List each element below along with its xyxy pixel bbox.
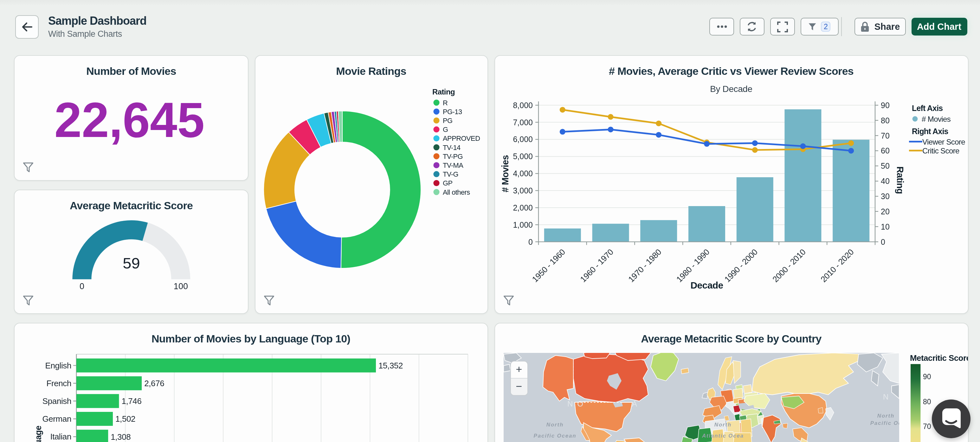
- svg-text:60: 60: [880, 146, 889, 155]
- svg-text:0: 0: [880, 238, 885, 246]
- svg-text:70: 70: [880, 131, 889, 140]
- svg-text:APPROVED: APPROVED: [442, 134, 480, 142]
- svg-text:G: G: [442, 126, 448, 134]
- svg-text:# Movies: # Movies: [921, 115, 951, 123]
- svg-text:70: 70: [923, 422, 931, 431]
- svg-text:6,000: 6,000: [512, 135, 533, 144]
- svg-text:1,502: 1,502: [115, 414, 135, 424]
- svg-text:0: 0: [528, 238, 533, 246]
- svg-text:Pacific Ocea: Pacific Ocea: [870, 420, 909, 426]
- svg-text:TV-G: TV-G: [442, 170, 458, 178]
- svg-text:Language: Language: [33, 426, 43, 442]
- svg-text:North: North: [714, 422, 731, 428]
- svg-text:5,000: 5,000: [512, 152, 533, 161]
- svg-text:TV-MA: TV-MA: [442, 161, 463, 169]
- svg-text:1960 - 1970: 1960 - 1970: [578, 247, 615, 284]
- svg-text:Right Axis: Right Axis: [912, 127, 948, 136]
- svg-text:PG-13: PG-13: [442, 108, 462, 116]
- svg-text:2010 - 2020: 2010 - 2020: [818, 247, 855, 284]
- svg-text:German: German: [42, 414, 71, 424]
- svg-text:Pacific Ocean: Pacific Ocean: [533, 433, 576, 439]
- svg-text:100: 100: [174, 282, 188, 291]
- svg-text:3,000: 3,000: [512, 186, 533, 195]
- svg-text:1,746: 1,746: [121, 396, 142, 406]
- svg-text:8,000: 8,000: [512, 101, 533, 110]
- svg-text:7,000: 7,000: [512, 118, 533, 127]
- svg-text:10: 10: [880, 222, 889, 231]
- svg-text:50: 50: [880, 161, 889, 170]
- svg-text:GP: GP: [442, 179, 452, 187]
- svg-text:N: N: [883, 393, 892, 401]
- svg-text:1,308: 1,308: [111, 432, 130, 442]
- svg-text:French: French: [46, 378, 71, 388]
- svg-text:90: 90: [880, 101, 889, 110]
- svg-text:1970 - 1980: 1970 - 1980: [626, 247, 663, 284]
- svg-text:TV-14: TV-14: [442, 144, 460, 152]
- svg-text:2000 - 2010: 2000 - 2010: [770, 247, 807, 284]
- svg-text:Rating: Rating: [432, 88, 455, 96]
- svg-text:Atlantic Ocea: Atlantic Ocea: [702, 433, 743, 439]
- svg-text:TV-PG: TV-PG: [442, 153, 463, 160]
- svg-text:R: R: [442, 99, 447, 107]
- svg-text:English: English: [45, 361, 71, 370]
- svg-text:North: North: [546, 422, 563, 428]
- svg-text:Spanish: Spanish: [43, 396, 71, 406]
- svg-text:A: A: [632, 399, 641, 408]
- svg-text:1990 - 2000: 1990 - 2000: [722, 247, 759, 284]
- svg-text:All others: All others: [442, 188, 470, 196]
- svg-text:PG: PG: [442, 116, 452, 124]
- svg-text:North: North: [877, 413, 894, 419]
- svg-text:4,000: 4,000: [512, 169, 533, 178]
- svg-text:80: 80: [923, 397, 931, 406]
- svg-text:1950 - 1960: 1950 - 1960: [530, 247, 567, 284]
- svg-text:15,352: 15,352: [379, 361, 403, 370]
- svg-text:0: 0: [80, 282, 84, 291]
- svg-text:1,000: 1,000: [512, 220, 533, 229]
- svg-text:Viewer Score: Viewer Score: [922, 137, 965, 146]
- svg-text:30: 30: [880, 192, 889, 201]
- svg-text:Rating: Rating: [895, 166, 905, 194]
- svg-text:90: 90: [923, 373, 931, 381]
- svg-text:80: 80: [880, 116, 889, 125]
- svg-text:20: 20: [880, 207, 889, 216]
- svg-text:2,000: 2,000: [512, 203, 533, 212]
- svg-text:40: 40: [880, 177, 889, 185]
- svg-text:Decade: Decade: [690, 280, 723, 290]
- svg-text:2,676: 2,676: [144, 378, 164, 388]
- svg-text:Left Axis: Left Axis: [912, 104, 942, 113]
- svg-text:# Movies: # Movies: [500, 155, 510, 193]
- svg-text:1980 - 1990: 1980 - 1990: [674, 247, 711, 284]
- svg-text:Italian: Italian: [50, 432, 71, 441]
- svg-text:Critic Score: Critic Score: [922, 147, 959, 155]
- svg-text:NO: NO: [567, 399, 587, 408]
- svg-text:59: 59: [123, 255, 140, 272]
